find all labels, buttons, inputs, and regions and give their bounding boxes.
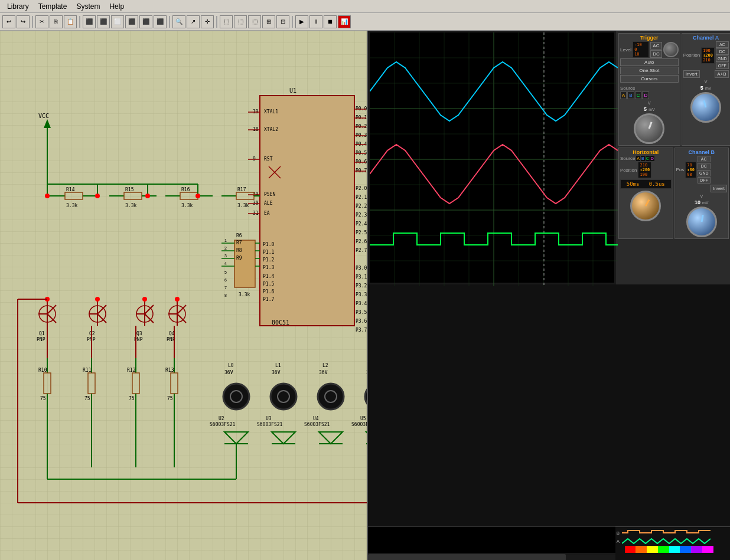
horiz-sec-value: 0.5 (649, 181, 659, 187)
trigger-dc-button[interactable]: DC (650, 50, 662, 58)
tb-sim-2[interactable]: ⏸ (309, 15, 322, 28)
svg-marker-1 (44, 119, 51, 128)
svg-text:7: 7 (224, 286, 227, 290)
src-a[interactable]: A (620, 91, 627, 99)
tb-comp-5[interactable]: ⊡ (276, 15, 289, 28)
svg-rect-140 (44, 373, 51, 394)
invert-a-btn[interactable]: Invert (683, 70, 700, 78)
svg-text:ALE: ALE (264, 201, 273, 206)
horiz-source-row: Source A B C D (620, 156, 672, 161)
svg-text:3.3k: 3.3k (181, 203, 193, 208)
svg-marker-187 (319, 432, 343, 444)
oneshot-button[interactable]: One-Shot (620, 67, 679, 74)
svg-line-120 (97, 314, 106, 323)
cha-off-btn[interactable]: OFF (716, 63, 729, 69)
svg-text:3.3k: 3.3k (237, 203, 249, 208)
svg-point-171 (318, 384, 344, 410)
h-src-a[interactable]: A (636, 156, 640, 161)
h-src-d[interactable]: D (650, 156, 654, 161)
osc-scrollbar-thumb[interactable] (368, 554, 566, 560)
cursors-button[interactable]: Cursors (620, 75, 679, 83)
osc-bottom-row: Horizontal Source A B C D Position (618, 148, 729, 239)
cha-pos-display: 190↕200210 (701, 47, 715, 64)
svg-text:75: 75 (40, 396, 46, 401)
copy-button[interactable]: ⎘ (50, 15, 63, 28)
cha-mv-label: mV (705, 86, 712, 90)
tb-comp-2[interactable]: ⬚ (234, 15, 247, 28)
cut-button[interactable]: ✂ (35, 15, 48, 28)
trigger-level-display: -10 0 10 (633, 41, 649, 58)
oscilloscope-top: Trigger Level -10 0 10 AC DC (368, 31, 730, 284)
trigger-main-knob[interactable] (634, 113, 664, 144)
src-c[interactable]: C (635, 91, 642, 99)
tb-comp-1[interactable]: ⬚ (220, 15, 233, 28)
svg-line-119 (97, 305, 106, 314)
tb-wire[interactable]: ↗ (187, 15, 200, 28)
svg-text:R8: R8 (236, 248, 242, 253)
chb-ac-btn[interactable]: AC (698, 156, 711, 162)
ab-mode-btn[interactable]: A+B (715, 70, 728, 78)
svg-text:36V: 36V (224, 370, 233, 375)
tb-btn-5[interactable]: ⬛ (139, 15, 152, 28)
trigger-source-options: A B C D (620, 91, 679, 99)
horiz-time-display: 50ms 0.5us (620, 179, 672, 189)
ch-b-wave (622, 529, 711, 536)
menu-library[interactable]: Library (2, 1, 34, 12)
cha-extra-row: Invert A+B (683, 70, 729, 78)
trigger-ac-button[interactable]: AC (650, 42, 662, 50)
menu-help[interactable]: Help (105, 1, 129, 12)
tb-btn-4[interactable]: ⬛ (125, 15, 138, 28)
tb-sim-1[interactable]: ▶ (295, 15, 308, 28)
tb-btn-2[interactable]: ⬛ (97, 15, 110, 28)
svg-text:R10: R10 (38, 368, 47, 373)
menu-template[interactable]: Template (34, 1, 72, 12)
src-b[interactable]: B (627, 91, 634, 99)
tb-btn-1[interactable]: ⬛ (83, 15, 96, 28)
cha-dc-btn[interactable]: DC (716, 48, 729, 55)
trigger-mode-btns: AC DC (650, 42, 662, 58)
toolbar-sep-4 (216, 16, 217, 28)
trigger-level-knob[interactable] (663, 42, 679, 57)
zoom-button[interactable]: 🔍 (172, 15, 185, 28)
chb-v-label: V (676, 194, 728, 198)
redo-button[interactable]: ↪ (17, 15, 30, 28)
svg-text:P1.5: P1.5 (263, 281, 274, 287)
svg-text:36V: 36V (272, 370, 281, 375)
auto-button[interactable]: Auto (620, 58, 679, 66)
svg-text:8: 8 (224, 293, 227, 297)
svg-text:4: 4 (224, 261, 227, 266)
trigger-knob-area: V 5 mV (620, 101, 679, 144)
channel-a-knob[interactable] (690, 92, 721, 123)
tb-comp-4[interactable]: ⊞ (262, 15, 275, 28)
trigger-source-label: Source (620, 86, 635, 91)
tb-graph[interactable]: 📊 (338, 15, 351, 28)
src-d[interactable]: D (642, 91, 649, 99)
svg-rect-145 (88, 373, 95, 394)
chb-off-btn[interactable]: OFF (698, 177, 711, 184)
cha-gnd-btn[interactable]: GND (716, 55, 729, 62)
svg-marker-183 (224, 432, 248, 444)
svg-text:P1.4: P1.4 (263, 274, 274, 279)
invert-b-btn[interactable]: Invert (711, 185, 727, 192)
tb-btn-6[interactable]: ⬛ (154, 15, 167, 28)
horizontal-knob[interactable] (630, 191, 661, 221)
tb-sim-3[interactable]: ⏹ (324, 15, 337, 28)
channel-b-knob[interactable] (686, 207, 717, 237)
chb-dc-btn[interactable]: DC (698, 163, 711, 169)
cha-ac-btn[interactable]: AC (716, 41, 729, 48)
svg-text:P1.3: P1.3 (263, 265, 274, 270)
chb-gnd-btn[interactable]: GND (698, 170, 711, 176)
menu-system[interactable]: System (71, 1, 105, 12)
undo-button[interactable]: ↩ (2, 15, 15, 28)
trig-knob-container (620, 113, 679, 144)
paste-button[interactable]: 📋 (64, 15, 77, 28)
osc-scrollbar[interactable] (368, 554, 615, 560)
horiz-source-label: Source (620, 156, 635, 161)
tb-btn-3[interactable]: ⬜ (111, 15, 124, 28)
h-src-c[interactable]: C (646, 156, 650, 161)
svg-point-165 (271, 384, 296, 410)
tb-comp-3[interactable]: ⬚ (248, 15, 261, 28)
horiz-time-unit: ms (633, 181, 640, 187)
h-src-b[interactable]: B (641, 156, 645, 161)
tb-move[interactable]: ✛ (201, 15, 214, 28)
